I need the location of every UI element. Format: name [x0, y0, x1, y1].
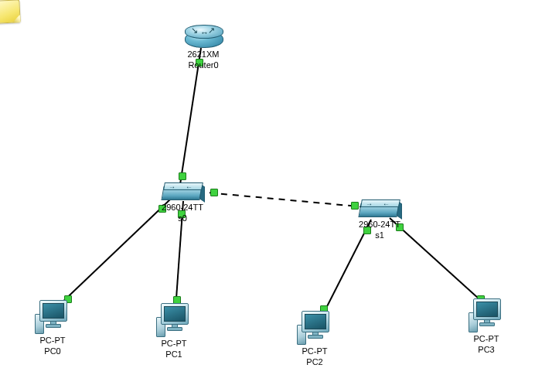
device-model-label: PC-PT: [295, 346, 335, 356]
switch-icon: → ←: [360, 199, 400, 218]
device-model-label: 2621XM: [182, 49, 224, 59]
pc-icon: [156, 303, 192, 337]
device-switch0[interactable]: → ← 2960-24TT s0: [157, 182, 208, 223]
device-model-label: 2960-24TT: [354, 220, 405, 229]
link-status-light: [210, 189, 218, 196]
device-pc1[interactable]: PC-PT PC1: [154, 303, 194, 359]
device-model-label: PC-PT: [32, 336, 73, 345]
device-switch1[interactable]: → ← 2960-24TT s1: [354, 199, 405, 240]
device-hostname-label: PC1: [154, 349, 194, 359]
device-hostname-label: s1: [354, 230, 405, 240]
link-layer: [0, 0, 535, 392]
svg-line-1: [198, 192, 366, 207]
device-model-label: PC-PT: [466, 334, 506, 343]
link-status-light: [179, 172, 186, 180]
device-pc2[interactable]: PC-PT PC2: [295, 311, 335, 366]
device-pc3[interactable]: PC-PT PC3: [466, 298, 506, 354]
switch-icon: → ←: [162, 182, 203, 201]
device-hostname-label: s0: [157, 213, 208, 223]
device-hostname-label: PC3: [466, 345, 506, 354]
device-hostname-label: PC2: [295, 357, 335, 366]
device-model-label: 2960-24TT: [157, 203, 208, 212]
pc-icon: [35, 300, 70, 334]
device-pc0[interactable]: PC-PT PC0: [32, 300, 73, 356]
device-hostname-label: Router0: [182, 60, 224, 70]
device-model-label: PC-PT: [154, 339, 194, 348]
topology-canvas[interactable]: ↘ ↗ ↔ 2621XM Router0 → ← 2960-24TT s0 → …: [0, 0, 535, 392]
device-router0[interactable]: ↘ ↗ ↔ 2621XM Router0: [182, 25, 224, 70]
device-hostname-label: PC0: [32, 346, 73, 356]
sticky-note-icon[interactable]: [0, 0, 21, 24]
pc-icon: [469, 298, 504, 332]
router-icon: ↘ ↗ ↔: [185, 25, 222, 48]
svg-line-2: [56, 199, 170, 308]
pc-icon: [297, 311, 332, 345]
